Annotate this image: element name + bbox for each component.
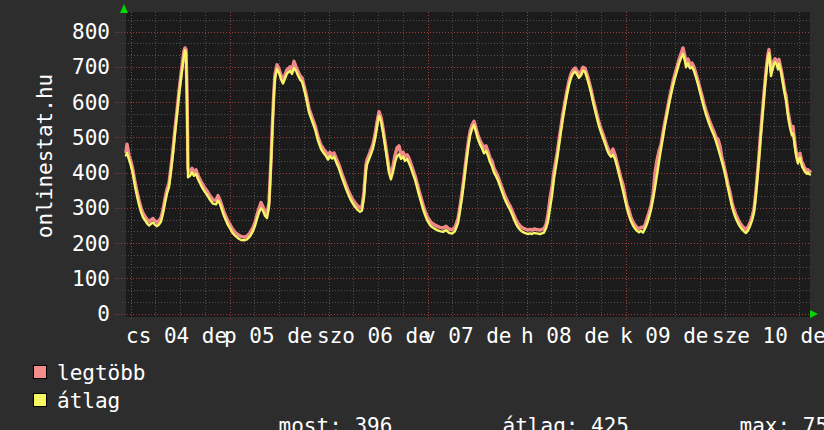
plot-background — [126, 12, 810, 317]
stat-atlag-value: 425 — [591, 414, 629, 430]
y-axis-label: 100 — [38, 268, 110, 290]
x-axis-label: cs 04 de — [126, 324, 227, 348]
y-axis-label: 400 — [38, 162, 110, 184]
stat-most: most:396 — [228, 390, 392, 430]
x-axis-label: h 08 de — [521, 324, 610, 348]
y-axis-label: 500 — [38, 127, 110, 149]
x-axis-label: v 07 de — [423, 324, 512, 348]
x-axis-arrow-icon — [810, 310, 818, 318]
legend-label-atlag: átlag — [57, 389, 120, 413]
stat-max-label: max: — [740, 414, 791, 430]
stat-most-label: most: — [279, 414, 342, 430]
y-axis-label: 200 — [38, 233, 110, 255]
legend-swatch-atlag — [33, 393, 47, 407]
y-axis-label: 700 — [38, 56, 110, 78]
y-axis-label: 300 — [38, 197, 110, 219]
x-axis-label: szo 06 de — [317, 324, 431, 348]
x-axis-label: k 09 de — [620, 324, 709, 348]
y-axis-label: 0 — [38, 303, 110, 325]
stat-max: max:755 — [689, 390, 824, 430]
legend-swatch-legtobb — [33, 365, 47, 379]
y-axis-label: 600 — [38, 92, 110, 114]
rrd-graph-window: onlinestat.hu 0100200300400500600700800 … — [0, 0, 824, 430]
stat-atlag: átlag:425 — [452, 390, 629, 430]
x-axis-label: p 05 de — [224, 324, 313, 348]
x-axis-label: sze 10 de — [712, 324, 824, 348]
site-watermark: onlinestat.hu — [33, 56, 57, 256]
legend-label-legtobb: legtöbb — [57, 361, 146, 385]
stat-atlag-label: átlag: — [503, 414, 579, 430]
y-axis-label: 800 — [38, 21, 110, 43]
y-axis-arrow-icon — [120, 4, 128, 13]
stat-most-value: 396 — [354, 414, 392, 430]
stat-max-value: 755 — [803, 414, 824, 430]
